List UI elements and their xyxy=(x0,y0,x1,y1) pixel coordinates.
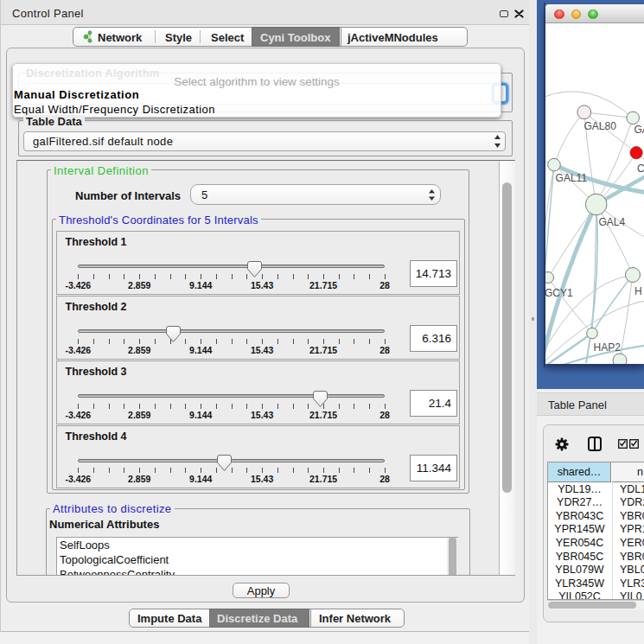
svg-text:GA: GA xyxy=(634,124,644,136)
svg-text:H: H xyxy=(634,285,642,297)
svg-text:GAL80: GAL80 xyxy=(584,120,617,132)
svg-text:C: C xyxy=(637,163,644,175)
svg-text:GAL4: GAL4 xyxy=(599,216,626,228)
svg-text:GCY1: GCY1 xyxy=(545,287,573,299)
svg-text:GAL11: GAL11 xyxy=(556,172,588,184)
svg-text:HAP2: HAP2 xyxy=(594,341,622,354)
